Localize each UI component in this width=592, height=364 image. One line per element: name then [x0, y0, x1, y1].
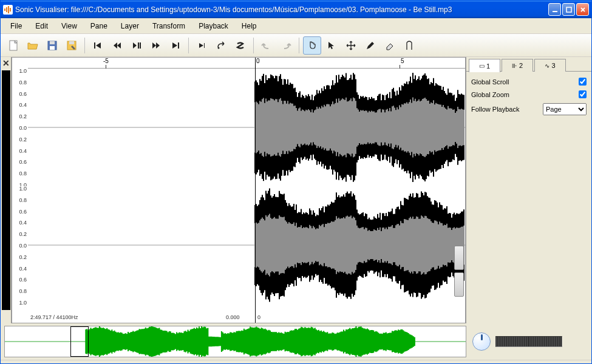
solo-button[interactable]	[231, 36, 250, 55]
play-pause-button[interactable]	[128, 36, 146, 55]
layer-tabs: ▭1 ⊪2 ∿3	[466, 57, 591, 72]
save-as-button[interactable]	[63, 36, 81, 55]
playhead	[255, 58, 256, 323]
info-frame: 0	[257, 314, 260, 320]
svg-rect-13	[138, 42, 139, 49]
close-pane-button[interactable]: ✕	[2, 58, 10, 68]
svg-rect-11	[69, 41, 74, 44]
svg-rect-1	[6, 7, 7, 12]
overview-viewport-box[interactable]	[70, 326, 89, 357]
play-loop-button[interactable]	[212, 36, 230, 55]
toolbar-separator	[188, 38, 189, 53]
layer-properties-panel: ▭1 ⊪2 ∿3 Global Scroll Global Zoom Follo…	[466, 57, 591, 323]
layer-properties: Global Scroll Global Zoom Follow Playbac…	[466, 72, 591, 323]
waveform-channel-2	[28, 186, 465, 304]
toolbar-separator	[253, 38, 254, 53]
toolbar-separator	[299, 38, 299, 53]
svg-rect-8	[50, 41, 55, 44]
playback-speed-dial[interactable]	[472, 332, 491, 351]
svg-rect-4	[553, 11, 557, 12]
tab-layer-3[interactable]: ∿3	[534, 59, 566, 72]
svg-rect-3	[10, 8, 11, 12]
playback-controls	[466, 332, 588, 351]
save-button[interactable]	[43, 36, 61, 55]
svg-rect-2	[8, 6, 9, 13]
vertical-pan-slider[interactable]	[454, 272, 464, 297]
window-controls	[548, 3, 589, 16]
menu-playback[interactable]: Playback	[192, 20, 234, 32]
follow-playback-select[interactable]: Page	[543, 103, 587, 115]
overview-waveform[interactable]	[4, 326, 466, 357]
rewind-to-start-button[interactable]	[89, 36, 107, 55]
move-tool-button[interactable]	[342, 36, 360, 55]
global-zoom-checkbox[interactable]	[579, 90, 587, 98]
menu-layer[interactable]: Layer	[115, 20, 145, 32]
new-session-button[interactable]	[4, 36, 22, 55]
waveform-channel-1	[28, 69, 465, 186]
svg-rect-12	[94, 42, 95, 49]
overview-area	[1, 323, 591, 360]
info-time-rate: 2:49.717 / 44100Hz	[30, 314, 78, 320]
erase-tool-button[interactable]	[381, 36, 399, 55]
y-scale: 1.00.80.60.40.20.00.20.40.60.81.0	[12, 69, 28, 186]
navigate-tool-button[interactable]	[303, 36, 321, 55]
menu-transform[interactable]: Transform	[146, 20, 191, 32]
open-button[interactable]	[24, 36, 42, 55]
fast-forward-button[interactable]	[147, 36, 165, 55]
y-scale: 1.00.80.60.40.20.00.20.40.60.81.0	[12, 186, 28, 304]
titlebar: Sonic Visualiser: file:///C:/Documents a…	[1, 1, 591, 18]
statusbar: Click and drag to navigate; double-click…	[1, 360, 591, 364]
svg-rect-5	[566, 7, 571, 12]
maximize-button[interactable]	[562, 3, 575, 16]
close-button[interactable]	[576, 3, 589, 16]
ruler-icon: ▭	[479, 62, 484, 69]
svg-rect-14	[140, 42, 141, 49]
minimize-button[interactable]	[548, 3, 561, 16]
measure-tool-button[interactable]	[400, 36, 418, 55]
rewind-button[interactable]	[108, 36, 126, 55]
time-tick-label: 0	[256, 58, 260, 64]
menu-pane[interactable]: Pane	[84, 20, 114, 32]
toolbar-separator	[84, 38, 85, 53]
level-meter	[2, 70, 10, 310]
svg-rect-0	[4, 8, 5, 11]
tab-layer-2[interactable]: ⊪2	[502, 59, 533, 72]
tab-label: 1	[486, 62, 490, 70]
toolbar	[1, 34, 591, 57]
ticks-icon: ⊪	[512, 62, 517, 69]
vertical-zoom-slider[interactable]	[454, 246, 464, 270]
global-scroll-checkbox[interactable]	[579, 78, 587, 86]
svg-point-17	[218, 47, 220, 49]
info-position: 0.000	[226, 314, 240, 320]
tab-label: 3	[551, 62, 555, 69]
waveform-panel: -5 0 5 1.00.80.60.40.20.00.20.40.60.81.0…	[12, 57, 466, 323]
edit-tool-button[interactable]	[361, 36, 379, 55]
forward-to-end-button[interactable]	[166, 36, 185, 55]
menu-file[interactable]: File	[4, 20, 28, 32]
play-selection-button[interactable]	[192, 36, 211, 55]
waveform-icon: ∿	[545, 62, 549, 69]
waveform-view[interactable]: -5 0 5 1.00.80.60.40.20.00.20.40.60.81.0…	[12, 57, 466, 323]
svg-rect-16	[204, 43, 205, 48]
menubar: File Edit View Pane Layer Transform Play…	[1, 18, 591, 34]
menu-view[interactable]: View	[55, 20, 83, 32]
tab-label: 2	[519, 62, 523, 69]
playback-level-meter	[495, 336, 562, 347]
app-icon	[3, 5, 13, 15]
redo-button[interactable]	[277, 36, 295, 55]
main-area: ✕ -5 0 5 1.00.80.60.40.20.00.20.40.60.81…	[1, 57, 591, 323]
time-tick-label: -5	[103, 58, 109, 64]
window-title: Sonic Visualiser: file:///C:/Documents a…	[15, 5, 548, 14]
pane-gutter: ✕	[1, 57, 12, 323]
tab-layer-1[interactable]: ▭1	[469, 59, 500, 72]
global-zoom-label: Global Zoom	[471, 91, 509, 98]
menu-help[interactable]: Help	[236, 20, 263, 32]
global-scroll-label: Global Scroll	[471, 78, 509, 86]
svg-rect-9	[50, 46, 55, 50]
follow-playback-label: Follow Playback	[471, 106, 519, 113]
time-ruler: -5 0 5	[28, 58, 465, 69]
menu-edit[interactable]: Edit	[29, 20, 54, 32]
select-tool-button[interactable]	[322, 36, 341, 55]
undo-button[interactable]	[257, 36, 276, 55]
time-tick-label: 5	[401, 58, 404, 64]
